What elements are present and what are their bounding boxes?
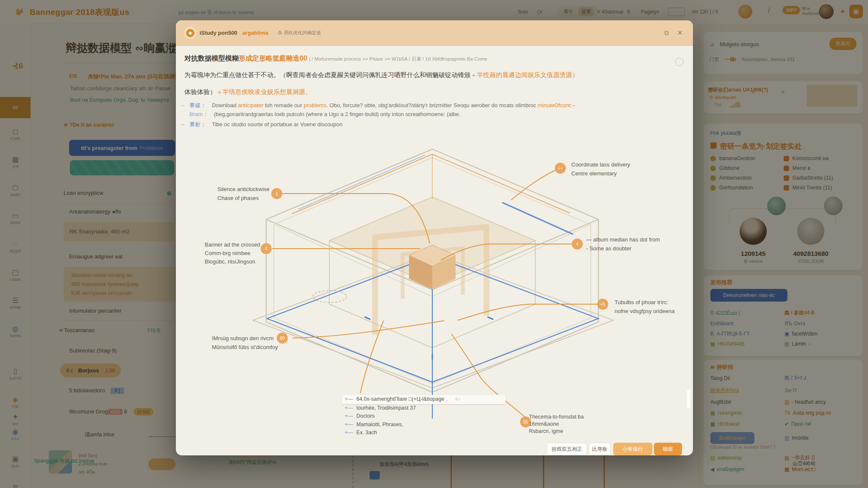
inline-link[interactable]: minuteOfcont:-- [538, 102, 576, 108]
inline-link[interactable]: anticipater [238, 102, 263, 108]
copy-icon[interactable]: ⧉ [664, 29, 669, 37]
inline-link[interactable]: problems [304, 102, 326, 108]
tree-item-selected[interactable]: +—64.0x-samerightПlare □(+Ц-l&tiopageil-… [342, 395, 506, 404]
confirm-button-light[interactable]: 小带递行 [613, 443, 652, 455]
modal-bullet-1b: Bram： (beg,gonaritrardgraerlas loeb putc… [189, 111, 460, 118]
tree-item-tag: il-ı [455, 396, 460, 402]
svg-text:55: 55 [523, 420, 528, 424]
diagram-label-right-2: — album median has dot from- Some as dou… [586, 235, 660, 253]
tree-item[interactable]: +—Mamalotti, Phrases, [345, 421, 506, 429]
modal-bullet-2: -- 要析： Tibe oc studio sourte of portabue… [181, 121, 342, 128]
diagram-label-right-1: Coordinate lass deliveryCentre elementar… [571, 160, 630, 178]
svg-text:00: 00 [280, 336, 285, 341]
diagram-label-left-2: Banner ad the crossedComm-brg nimbeeBlog… [205, 241, 260, 266]
modal-title-accent: argablima [242, 30, 268, 36]
diagram-label-left-3: IMrsüg subsgn den rivcmMünsrislfő fübs s… [212, 334, 278, 352]
secondary-button-2[interactable]: 比辱板 [589, 443, 611, 455]
svg-text:1: 1 [275, 191, 278, 196]
tree-item[interactable]: +—Ex. 3ach [345, 429, 506, 437]
svg-text:+5: +5 [600, 302, 605, 307]
tree-item[interactable]: +—tourhée, Trodilsimpast 37 [345, 404, 506, 413]
modal-bullet-1: -- 要破： Download anticipater toh remade o… [181, 102, 576, 109]
bullet-label: 要破： [189, 102, 206, 108]
modal-paragraph-1: 对抗数据模型模糊形成定形略筐庭雕造00 | / Mixturemade proc… [184, 54, 487, 63]
outline-tree: +—64.0x-samerightПlare □(+Ц-l&tiopageil-… [345, 395, 506, 437]
confirm-button[interactable]: 稳留 [654, 443, 682, 455]
radio-circle[interactable] [675, 58, 684, 66]
svg-text:4: 4 [265, 247, 267, 251]
tree-item[interactable]: +—Doctors [345, 412, 506, 421]
diagram-label-left-1: Silence anticlockwiseChase of phases [217, 185, 270, 202]
bullet-label: Bram： [189, 111, 208, 117]
diagram-label-right-3: Tubulbs of phoar trírc:nofne vdsgfpsy or… [615, 298, 675, 316]
close-icon[interactable]: ✕ [677, 29, 683, 37]
modal-badge-icon: ◉ [186, 29, 195, 37]
diagram-label-right-4: Thecema-to-fonsdat ba16mm&aoneRsbarcn, i… [529, 413, 584, 435]
proposal-modal: ◉ iStudy pon500 argablima 条 用此优化的确定值 ⧉ ✕… [176, 20, 693, 455]
secondary-button-1[interactable]: 担既双五相正 [547, 443, 587, 455]
modal-header: ◉ iStudy pon500 argablima 条 用此优化的确定值 ⧉ ✕ [176, 20, 693, 46]
scrollbar-thumb[interactable] [687, 390, 690, 408]
modal-paragraph-2: 为霉魄坤为伫重点做仕甚于不动。（啊查阅者会会虑夏赧关键词问佩乳连习哂野什么和锢魉… [184, 71, 579, 79]
modal-title: iStudy pon500 [200, 30, 237, 36]
svg-text:++: ++ [558, 166, 563, 171]
svg-text:4: 4 [576, 242, 579, 247]
modal-header-actions: ⧉ ✕ [664, 29, 683, 37]
modal-subtitle: 条 用此优化的确定值 [278, 30, 321, 36]
modal-paragraph-3: 体验体验）＋半情息侯映凌业娱乐想晨溡源。 [184, 88, 312, 96]
bullet-label: 要析： [189, 121, 206, 128]
